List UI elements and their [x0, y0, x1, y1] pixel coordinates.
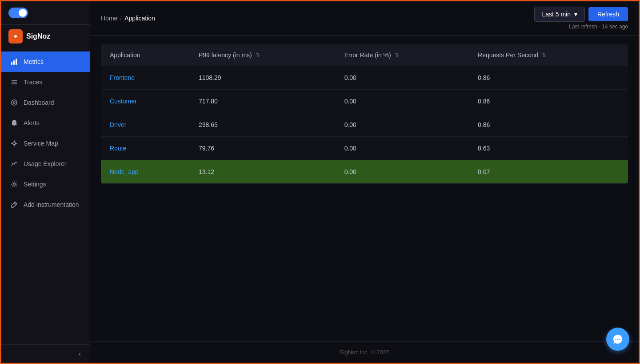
svg-line-16 — [14, 203, 16, 205]
table-body: Frontend 1108.29 0.00 0.86 Customer 717.… — [101, 66, 628, 184]
alerts-icon — [10, 119, 18, 127]
cell-rps: 0.86 — [469, 90, 628, 113]
col-application: Application — [101, 44, 190, 66]
app-link-driver[interactable]: Driver — [110, 121, 126, 128]
sidebar-item-usage-explorer[interactable]: Usage Explorer — [1, 154, 90, 174]
breadcrumb: Home / Application — [101, 15, 155, 22]
cell-p99: 13.12 — [190, 160, 336, 184]
theme-toggle[interactable] — [8, 8, 28, 18]
sidebar-item-add-instrumentation[interactable]: Add instrumentation — [1, 194, 90, 215]
collapse-button[interactable]: ‹ — [79, 350, 81, 357]
sidebar-item-alerts[interactable]: Alerts — [1, 113, 90, 133]
svg-point-7 — [12, 100, 17, 105]
svg-rect-9 — [14, 125, 15, 126]
sidebar-item-traces[interactable]: Traces — [1, 72, 90, 92]
applications-table-container: Application P99 latency (in ms) ⇅ Error … — [90, 36, 639, 341]
cell-error-rate: 0.00 — [336, 113, 469, 137]
page-footer: SigNoz Inc. © 2022 — [90, 341, 639, 363]
service-map-icon — [10, 139, 18, 147]
sort-icon-p99: ⇅ — [256, 52, 260, 58]
sidebar-footer: ‹ — [1, 344, 90, 363]
cell-p99: 1108.29 — [190, 66, 336, 90]
sidebar-item-dashboard[interactable]: Dashboard — [1, 92, 90, 113]
copyright-text: SigNoz Inc. © 2022 — [340, 349, 389, 356]
sidebar-header — [1, 1, 90, 25]
traces-label: Traces — [24, 79, 42, 86]
svg-rect-2 — [13, 60, 15, 65]
cell-error-rate: 0.00 — [336, 90, 469, 113]
brand: SigNoz — [1, 25, 90, 48]
brand-icon — [8, 29, 23, 44]
usage-explorer-label: Usage Explorer — [24, 160, 67, 167]
table-row[interactable]: Customer 717.80 0.00 0.86 — [101, 90, 628, 113]
table-row[interactable]: Frontend 1108.29 0.00 0.86 — [101, 66, 628, 90]
cell-app-name[interactable]: Customer — [101, 90, 190, 113]
cell-error-rate: 0.00 — [336, 137, 469, 160]
sidebar-item-metrics[interactable]: Metrics — [1, 51, 90, 72]
applications-table: Application P99 latency (in ms) ⇅ Error … — [101, 44, 628, 184]
top-bar: Home / Application Last 5 min ▾ Refresh … — [90, 1, 639, 36]
cell-app-name[interactable]: Frontend — [101, 66, 190, 90]
breadcrumb-home[interactable]: Home — [101, 15, 117, 22]
app-link-frontend[interactable]: Frontend — [110, 74, 135, 81]
settings-icon — [10, 180, 18, 188]
cell-p99: 717.80 — [190, 90, 336, 113]
main-content: Home / Application Last 5 min ▾ Refresh … — [90, 1, 639, 363]
table-header: Application P99 latency (in ms) ⇅ Error … — [101, 44, 628, 66]
dashboard-icon — [10, 99, 18, 107]
col-error-rate[interactable]: Error Rate (in %) ⇅ — [336, 44, 469, 66]
sort-icon-error: ⇅ — [395, 52, 399, 58]
top-bar-right: Last 5 min ▾ Refresh Last refresh - 14 s… — [534, 7, 628, 30]
alerts-label: Alerts — [24, 119, 40, 127]
svg-rect-1 — [11, 62, 12, 65]
metrics-icon — [10, 58, 18, 66]
usage-explorer-icon — [10, 160, 18, 168]
cell-p99: 238.65 — [190, 113, 336, 137]
col-p99-latency[interactable]: P99 latency (in ms) ⇅ — [190, 44, 336, 66]
sidebar-item-settings[interactable]: Settings — [1, 174, 90, 194]
chat-button[interactable] — [606, 328, 629, 351]
time-refresh-row: Last 5 min ▾ Refresh — [534, 7, 628, 22]
brand-name: SigNoz — [26, 32, 50, 40]
cell-error-rate: 0.00 — [336, 66, 469, 90]
table-row[interactable]: Driver 238.65 0.00 0.86 — [101, 113, 628, 137]
service-map-label: Service Map — [24, 140, 58, 147]
app-link-route[interactable]: Route — [110, 145, 126, 152]
app-link-customer[interactable]: Customer — [110, 98, 137, 105]
cell-rps: 0.86 — [469, 113, 628, 137]
svg-rect-3 — [16, 59, 17, 65]
app-link-node_app[interactable]: Node_app — [110, 168, 139, 175]
settings-label: Settings — [24, 181, 46, 188]
table-row[interactable]: Node_app 13.12 0.00 0.07 — [101, 160, 628, 184]
svg-point-8 — [13, 102, 15, 103]
last-refresh-text: Last refresh - 14 sec ago — [569, 24, 628, 30]
time-selector-label: Last 5 min — [542, 11, 571, 18]
dashboard-label: Dashboard — [24, 99, 54, 106]
cell-rps: 8.63 — [469, 137, 628, 160]
metrics-label: Metrics — [24, 58, 44, 65]
sidebar-item-service-map[interactable]: Service Map — [1, 133, 90, 154]
breadcrumb-current: Application — [124, 15, 155, 22]
cell-app-name[interactable]: Driver — [101, 113, 190, 137]
svg-point-10 — [13, 142, 16, 145]
chevron-down-icon: ▾ — [574, 11, 577, 18]
sidebar: SigNoz Metrics Traces — [1, 1, 90, 363]
nav-menu: Metrics Traces Dashboard — [1, 48, 90, 344]
breadcrumb-separator: / — [120, 15, 122, 22]
time-selector[interactable]: Last 5 min ▾ — [534, 7, 585, 22]
add-instrumentation-label: Add instrumentation — [24, 201, 79, 208]
cell-app-name[interactable]: Node_app — [101, 160, 190, 184]
cell-p99: 79.76 — [190, 137, 336, 160]
cell-error-rate: 0.00 — [336, 160, 469, 184]
svg-point-15 — [13, 183, 16, 186]
cell-app-name[interactable]: Route — [101, 137, 190, 160]
refresh-button[interactable]: Refresh — [588, 7, 628, 21]
sort-icon-rps: ⇅ — [542, 52, 546, 58]
col-rps[interactable]: Requests Per Second ⇅ — [469, 44, 628, 66]
table-row[interactable]: Route 79.76 0.00 8.63 — [101, 137, 628, 160]
traces-icon — [10, 78, 18, 86]
cell-rps: 0.86 — [469, 66, 628, 90]
add-instrumentation-icon — [10, 201, 18, 209]
cell-rps: 0.07 — [469, 160, 628, 184]
